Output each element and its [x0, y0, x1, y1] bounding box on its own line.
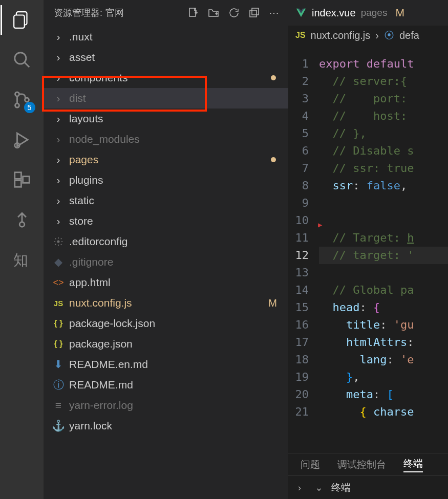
svg-text:知: 知 — [13, 252, 28, 268]
code-editor[interactable]: 123456789101112131415161718192021 export… — [288, 45, 448, 453]
more-icon[interactable]: ⋯ — [269, 7, 281, 19]
svg-rect-14 — [252, 8, 259, 15]
chevron-right-icon: › — [53, 113, 64, 125]
yarn-icon: ⚓ — [53, 420, 64, 432]
file-yarn-error.log[interactable]: ≡yarn-error.log — [44, 395, 288, 416]
folder-pages[interactable]: ›pages — [44, 149, 288, 170]
folder-store[interactable]: ›store — [44, 211, 288, 231]
activity-bar: 5 知 — [0, 0, 44, 499]
file-.gitignore[interactable]: ◆.gitignore — [44, 252, 288, 272]
folder-.nuxt[interactable]: ›.nuxt — [44, 27, 288, 47]
custom-icon[interactable]: 知 — [10, 247, 34, 272]
modified-indicator: M — [268, 297, 277, 309]
explorer-title-prefix: 资源管理器: — [54, 7, 102, 19]
folder-plugins[interactable]: ›plugins — [44, 170, 288, 190]
explorer-title: 官网 — [105, 7, 124, 19]
search-icon[interactable] — [10, 48, 34, 72]
new-file-icon[interactable] — [187, 7, 199, 19]
svg-line-3 — [24, 62, 29, 68]
file-yarn.lock[interactable]: ⚓yarn.lock — [44, 416, 288, 436]
terminal-title: 终端 — [331, 481, 351, 494]
explorer-header: 资源管理器: 官网 ⋯ — [44, 0, 288, 26]
json-icon: { } — [53, 339, 64, 349]
breadcrumb-file: nuxt.config.js — [311, 30, 371, 41]
js-icon: JS — [53, 299, 64, 308]
explorer-sidebar: 资源管理器: 官网 ⋯ ›.nuxt›asset›components›dist… — [44, 0, 288, 499]
folder-components[interactable]: ›components — [44, 68, 288, 88]
json-icon: { } — [53, 319, 64, 328]
folder-asset[interactable]: ›asset — [44, 47, 288, 68]
html-icon: <> — [53, 277, 64, 288]
js-icon: JS — [295, 31, 306, 40]
code-lines: export default // server:{ // port: // h… — [319, 55, 448, 453]
git-icon: ◆ — [53, 256, 64, 268]
chevron-right-icon: › — [53, 194, 64, 207]
extensions-icon[interactable] — [10, 167, 34, 192]
svg-rect-8 — [14, 172, 21, 179]
file-README.en.md[interactable]: ⬇README.en.md — [44, 354, 288, 375]
chevron-right-icon: › — [53, 92, 64, 104]
folder-node_modules[interactable]: ›node_modules — [44, 129, 288, 149]
panel-tab-terminal[interactable]: 终端 — [403, 457, 423, 472]
terminal-header: › ⌄ 终端 — [288, 475, 448, 499]
chevron-right-icon: › — [53, 51, 64, 63]
svg-rect-15 — [250, 10, 257, 17]
editor-tab[interactable]: index.vue pages M — [288, 0, 448, 26]
chevron-right-icon[interactable]: › — [292, 482, 307, 493]
scm-badge: 5 — [24, 102, 35, 113]
git-pull-icon[interactable] — [10, 207, 34, 232]
gear-icon — [53, 236, 64, 247]
chevron-right-icon: › — [53, 215, 64, 227]
tab-modified-indicator: M — [395, 7, 404, 19]
svg-rect-9 — [14, 181, 21, 187]
svg-point-6 — [25, 98, 29, 102]
line-gutter: 123456789101112131415161718192021 — [288, 55, 319, 453]
refresh-icon[interactable] — [228, 7, 240, 19]
bottom-panel-tabs: 问题 调试控制台 终端 — [288, 453, 448, 475]
run-debug-icon[interactable] — [10, 127, 34, 152]
chevron-right-icon: › — [53, 72, 64, 84]
svg-point-4 — [15, 92, 19, 96]
breadcrumb[interactable]: JS nuxt.config.js › ⦿ defa — [288, 26, 448, 45]
modified-dot — [271, 75, 276, 80]
chevron-right-icon: › — [53, 31, 64, 43]
file-app.html[interactable]: <>app.html — [44, 272, 288, 293]
editor-area: index.vue pages M JS nuxt.config.js › ⦿ … — [288, 0, 448, 499]
tab-filename: index.vue — [312, 7, 356, 19]
source-control-icon[interactable]: 5 — [10, 88, 34, 112]
chevron-right-icon: › — [53, 154, 64, 166]
modified-dot — [271, 157, 276, 162]
panel-tab-problems[interactable]: 问题 — [301, 458, 320, 471]
chevron-down-icon[interactable]: ⌄ — [312, 482, 326, 493]
chevron-right-icon: › — [375, 30, 379, 41]
explorer-icon[interactable] — [10, 8, 34, 32]
chevron-right-icon: › — [53, 133, 64, 145]
md-icon: ⬇ — [53, 358, 64, 371]
file-package.json[interactable]: { }package.json — [44, 334, 288, 354]
file-package-lock.json[interactable]: { }package-lock.json — [44, 313, 288, 334]
folder-dist[interactable]: ›dist — [44, 88, 288, 109]
tab-folder: pages — [361, 7, 388, 18]
svg-point-5 — [15, 103, 19, 107]
file-tree: ›.nuxt›asset›components›dist›layouts›nod… — [44, 26, 288, 499]
svg-point-16 — [57, 241, 60, 243]
svg-point-11 — [19, 222, 25, 227]
svg-rect-1 — [14, 15, 25, 28]
symbol-icon: ⦿ — [384, 30, 394, 41]
panel-tab-debug-console[interactable]: 调试控制台 — [337, 458, 386, 471]
vue-icon — [295, 7, 307, 18]
file-.editorconfig[interactable]: .editorconfig — [44, 231, 288, 252]
new-folder-icon[interactable] — [207, 7, 220, 19]
collapse-all-icon[interactable] — [248, 7, 261, 19]
file-nuxt.config.js[interactable]: JSnuxt.config.jsM — [44, 293, 288, 313]
chevron-right-icon: › — [53, 174, 64, 186]
svg-point-2 — [14, 53, 26, 64]
folder-layouts[interactable]: ›layouts — [44, 109, 288, 129]
info-icon: ⓘ — [53, 378, 64, 392]
log-icon: ≡ — [53, 399, 64, 411]
file-README.md[interactable]: ⓘREADME.md — [44, 375, 288, 395]
breadcrumb-symbol: defa — [399, 30, 419, 41]
folder-static[interactable]: ›static — [44, 190, 288, 211]
svg-rect-10 — [23, 177, 29, 183]
